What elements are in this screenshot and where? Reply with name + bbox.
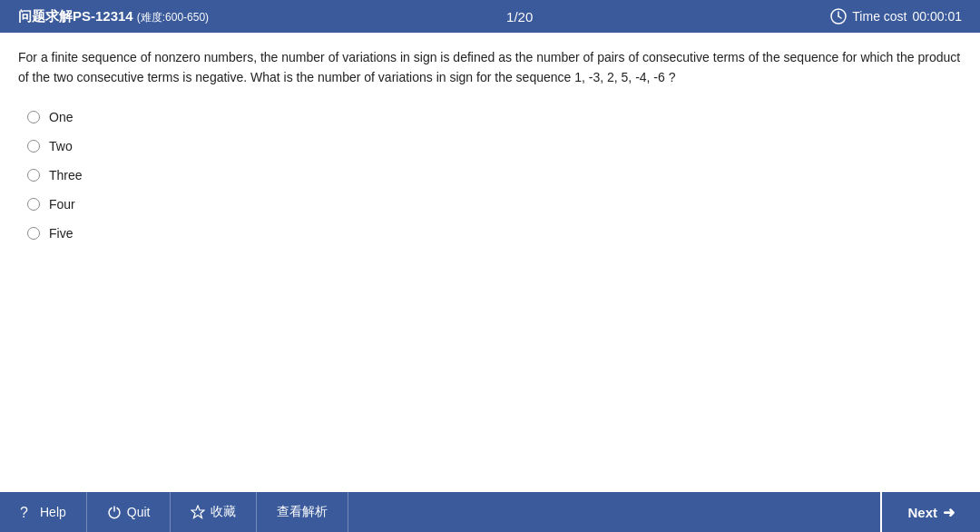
main-content: For a finite sequence of nonzero numbers… [0, 33, 980, 492]
next-label: Next [907, 505, 937, 520]
option-one[interactable]: One [27, 110, 962, 124]
timer: Time cost 00:00:01 [830, 8, 962, 25]
option-four-label: Four [49, 197, 75, 212]
help-button[interactable]: ? Help [0, 492, 87, 532]
radio-five[interactable] [27, 227, 40, 240]
next-arrow-icon: ➜ [943, 504, 955, 521]
footer-left: ? Help Quit 收藏 查看解析 [0, 492, 348, 532]
quit-label: Quit [127, 505, 151, 519]
header-title: 问题求解PS-12314(难度:600-650) [18, 8, 209, 25]
option-three-label: Three [49, 168, 83, 182]
option-one-label: One [49, 110, 73, 124]
radio-four[interactable] [27, 198, 40, 211]
quit-button[interactable]: Quit [87, 492, 172, 532]
analysis-label: 查看解析 [277, 504, 328, 520]
timer-icon [830, 8, 847, 25]
next-button[interactable]: Next ➜ [880, 492, 980, 532]
radio-three[interactable] [27, 169, 40, 182]
power-icon [107, 505, 122, 519]
options-list: One Two Three Four Five [18, 110, 962, 241]
option-four[interactable]: Four [27, 197, 962, 212]
problem-id: 问题求解PS-12314(难度:600-650) [18, 8, 209, 24]
timer-label: Time cost [852, 9, 906, 24]
bookmark-label: 收藏 [211, 504, 236, 520]
option-three[interactable]: Three [27, 168, 962, 182]
footer: ? Help Quit 收藏 查看解析 Next ➜ [0, 492, 980, 532]
option-five-label: Five [49, 226, 73, 241]
help-label: Help [40, 505, 66, 519]
svg-text:?: ? [20, 505, 28, 519]
radio-one[interactable] [27, 111, 40, 123]
analysis-button[interactable]: 查看解析 [257, 492, 348, 532]
timer-value: 00:00:01 [912, 9, 962, 24]
option-two[interactable]: Two [27, 139, 962, 153]
radio-two[interactable] [27, 140, 40, 153]
bookmark-button[interactable]: 收藏 [171, 492, 257, 532]
option-five[interactable]: Five [27, 226, 962, 241]
star-icon [191, 505, 205, 519]
option-two-label: Two [49, 139, 73, 153]
question-text: For a finite sequence of nonzero numbers… [18, 47, 962, 88]
svg-marker-4 [191, 506, 204, 518]
help-icon: ? [20, 505, 34, 519]
header: 问题求解PS-12314(难度:600-650) 1/20 Time cost … [0, 0, 980, 33]
progress-indicator: 1/20 [506, 9, 533, 25]
svg-line-2 [838, 16, 841, 18]
